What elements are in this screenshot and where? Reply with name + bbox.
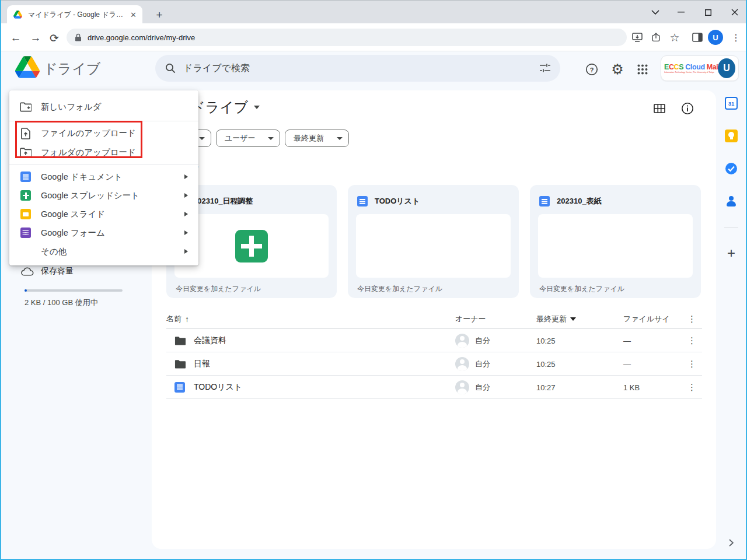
file-size: — bbox=[623, 359, 631, 368]
tasks-icon[interactable] bbox=[724, 162, 738, 176]
eccs-logo: ECCS Cloud Mail Information Technology C… bbox=[664, 63, 718, 74]
reload-button[interactable]: ⟳ bbox=[47, 30, 62, 46]
owner-avatar-icon bbox=[455, 357, 469, 371]
browser-window: マイドライブ - Google ドライブ ✕ + ← → ⟳ drive.goo… bbox=[0, 0, 747, 560]
owner-name: 自分 bbox=[475, 382, 490, 393]
row-more-icon[interactable]: ⋮ bbox=[687, 382, 696, 393]
install-icon[interactable] bbox=[630, 30, 645, 45]
window-maximize-button[interactable] bbox=[694, 1, 721, 24]
bookmark-star-icon[interactable]: ☆ bbox=[667, 30, 682, 45]
submenu-arrow-icon bbox=[184, 212, 188, 216]
submenu-arrow-icon bbox=[184, 174, 188, 179]
svg-text:?: ? bbox=[590, 66, 594, 74]
modified-time: 10:25 bbox=[536, 359, 556, 368]
chevron-down-icon bbox=[199, 137, 205, 140]
table-header-row: 名前 ↑ オーナー 最終更新 ファイルサイ ⋮ bbox=[166, 310, 702, 329]
sheets-logo-icon bbox=[235, 230, 268, 262]
card-title: 202310_表紙 bbox=[557, 196, 602, 206]
storage-section[interactable]: 保存容量 bbox=[21, 266, 74, 276]
menu-item-google-slides[interactable]: Google スライド bbox=[9, 205, 198, 223]
account-avatar[interactable]: U bbox=[718, 58, 735, 78]
help-icon[interactable]: ? bbox=[583, 61, 601, 78]
owner-avatar-icon bbox=[455, 380, 469, 394]
window-close-button[interactable] bbox=[721, 1, 747, 24]
filter-chip-modified[interactable]: 最終更新 bbox=[285, 130, 349, 147]
modified-time: 10:25 bbox=[536, 336, 556, 345]
header-size[interactable]: ファイルサイ bbox=[623, 314, 670, 324]
menu-item-more[interactable]: その他 bbox=[9, 242, 198, 261]
docs-file-icon bbox=[174, 382, 185, 393]
browser-menu-icon[interactable]: ⋮ bbox=[728, 30, 743, 45]
docs-app-icon bbox=[20, 171, 32, 183]
filter-chip-people[interactable]: ユーザー bbox=[216, 130, 280, 147]
table-row[interactable]: 会議資料 自分 10:25 — ⋮ bbox=[166, 329, 702, 352]
row-more-icon[interactable]: ⋮ bbox=[687, 335, 696, 346]
row-more-icon[interactable]: ⋮ bbox=[687, 359, 696, 369]
table-row[interactable]: TODOリスト 自分 10:27 1 KB ⋮ bbox=[166, 376, 702, 399]
submenu-arrow-icon bbox=[184, 249, 188, 254]
browser-tab[interactable]: マイドライブ - Google ドライブ ✕ bbox=[7, 5, 142, 24]
drive-brand-label: ドライブ bbox=[43, 60, 100, 78]
header-owner[interactable]: オーナー bbox=[455, 314, 486, 324]
table-row[interactable]: 日報 自分 10:25 — ⋮ bbox=[166, 352, 702, 376]
menu-item-folder-upload[interactable]: フォルダのアップロード bbox=[9, 143, 198, 162]
menu-item-file-upload[interactable]: ファイルのアップロード bbox=[9, 124, 198, 143]
menu-item-google-sheets[interactable]: Google スプレッドシート bbox=[9, 186, 198, 205]
forward-button[interactable]: → bbox=[28, 30, 43, 46]
sheets-app-icon bbox=[20, 190, 32, 201]
card-title: 202310_日程調整 bbox=[193, 196, 253, 206]
back-button[interactable]: ← bbox=[8, 30, 23, 46]
file-size: 1 KB bbox=[623, 383, 640, 391]
card-caption: 今日変更を加えたファイル bbox=[539, 284, 624, 294]
search-options-tune-icon[interactable] bbox=[539, 63, 551, 74]
suggested-card[interactable]: 202310_表紙 今日変更を加えたファイル bbox=[530, 185, 701, 298]
menu-item-new-folder[interactable]: 新しいフォルダ bbox=[9, 95, 198, 118]
browser-profile-avatar[interactable]: U bbox=[708, 30, 723, 45]
slides-app-icon bbox=[20, 208, 32, 220]
expand-panel-chevron-icon[interactable] bbox=[724, 536, 738, 550]
menu-item-google-forms[interactable]: Google フォーム bbox=[9, 223, 198, 242]
account-pill[interactable]: ECCS Cloud Mail Information Technology C… bbox=[661, 55, 739, 81]
share-icon[interactable] bbox=[648, 30, 664, 45]
submenu-arrow-icon bbox=[184, 230, 188, 235]
menu-item-google-docs[interactable]: Google ドキュメント bbox=[9, 167, 198, 186]
file-name: 日報 bbox=[194, 359, 210, 369]
lock-icon bbox=[75, 33, 82, 41]
file-size: — bbox=[623, 336, 631, 345]
submenu-arrow-icon bbox=[184, 193, 188, 198]
card-caption: 今日変更を加えたファイル bbox=[357, 284, 442, 294]
card-preview bbox=[538, 214, 693, 278]
forms-app-icon bbox=[20, 227, 32, 239]
settings-gear-icon[interactable]: ⚙ bbox=[609, 61, 626, 78]
contacts-icon[interactable] bbox=[724, 194, 738, 208]
info-icon[interactable] bbox=[679, 100, 696, 117]
new-tab-button[interactable]: + bbox=[152, 8, 167, 23]
grid-view-icon[interactable] bbox=[651, 100, 668, 117]
browser-titlebar: マイドライブ - Google ドライブ ✕ + bbox=[1, 0, 746, 23]
storage-label: 保存容量 bbox=[41, 266, 74, 276]
search-input[interactable] bbox=[183, 63, 532, 74]
suggested-card[interactable]: TODOリスト 今日変更を加えたファイル bbox=[348, 185, 519, 298]
tab-search-chevron-icon[interactable] bbox=[642, 1, 669, 24]
calendar-icon[interactable]: 31 bbox=[724, 96, 738, 110]
file-name: TODOリスト bbox=[194, 382, 242, 393]
keep-icon[interactable] bbox=[724, 129, 738, 143]
card-title: TODOリスト bbox=[375, 196, 420, 206]
address-bar[interactable]: drive.google.com/drive/my-drive bbox=[67, 29, 627, 46]
tab-close-icon[interactable]: ✕ bbox=[129, 10, 138, 19]
modified-time: 10:27 bbox=[536, 383, 556, 391]
card-caption: 今日変更を加えたファイル bbox=[176, 284, 261, 294]
header-more-icon[interactable]: ⋮ bbox=[687, 314, 696, 324]
file-table: 名前 ↑ オーナー 最終更新 ファイルサイ ⋮ 会議資料 自分 10:25 — … bbox=[166, 310, 702, 399]
header-name[interactable]: 名前 ↑ bbox=[166, 314, 189, 324]
side-panel-icon[interactable] bbox=[690, 30, 705, 45]
sort-ascending-icon: ↑ bbox=[185, 314, 189, 324]
owner-cell: 自分 bbox=[455, 334, 490, 348]
rail-divider bbox=[724, 227, 738, 228]
search-bar[interactable] bbox=[155, 55, 560, 82]
window-minimize-button[interactable] bbox=[668, 1, 694, 24]
drive-logo-icon[interactable] bbox=[15, 56, 40, 78]
apps-grid-icon[interactable] bbox=[634, 61, 651, 78]
header-modified[interactable]: 最終更新 bbox=[536, 314, 576, 324]
add-addon-plus-icon[interactable]: + bbox=[724, 246, 738, 260]
